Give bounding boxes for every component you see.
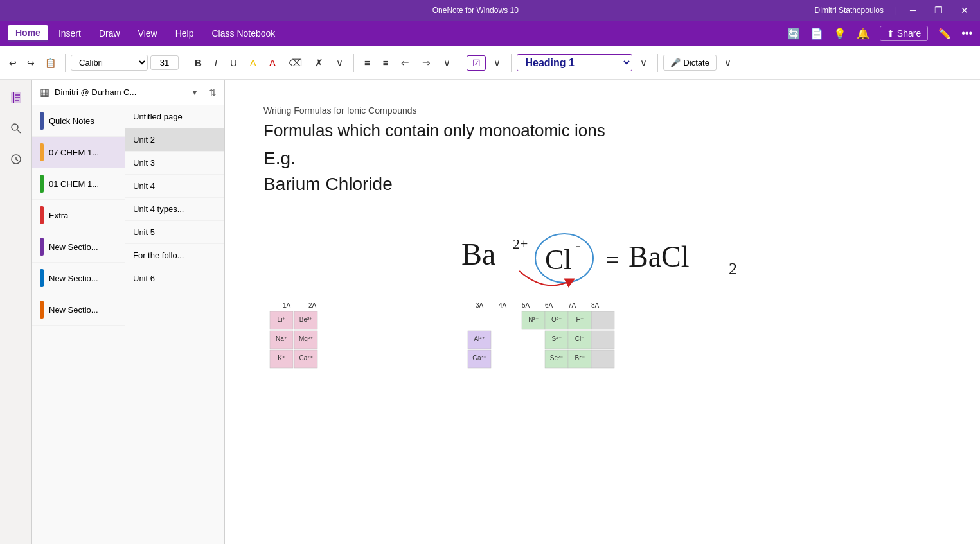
sort-icon[interactable]: ⇅ <box>209 87 217 98</box>
bold-button[interactable]: B <box>190 55 207 71</box>
section-color-new3 <box>40 301 44 319</box>
page-unit4types[interactable]: Unit 4 types... <box>125 198 224 221</box>
page-unit4[interactable]: Unit 4 <box>125 175 224 198</box>
section-color-07chem <box>40 143 44 161</box>
section-01chem[interactable]: 01 CHEM 1... <box>32 168 125 200</box>
sync-icon[interactable]: 🔄 <box>787 28 800 40</box>
close-button[interactable]: ✕ <box>957 4 972 17</box>
dictate-expand-button[interactable]: ∨ <box>719 55 736 71</box>
page-unit3[interactable]: Unit 3 <box>125 152 224 175</box>
indent-decrease-button[interactable]: ⇐ <box>396 55 414 71</box>
svg-text:Br⁻: Br⁻ <box>575 355 585 362</box>
menu-home[interactable]: Home <box>8 25 48 42</box>
unordered-list-button[interactable]: ≡ <box>359 55 375 71</box>
minimize-button[interactable]: ─ <box>906 4 920 17</box>
undo-button[interactable]: ↩ <box>5 55 21 71</box>
pen-icon[interactable]: ✏️ <box>938 28 951 40</box>
menu-view[interactable]: View <box>130 26 165 41</box>
page-untitled[interactable]: Untitled page <box>125 105 224 128</box>
share-icon: ⬆ <box>887 28 895 39</box>
user-name: Dimitri Stathopoulos <box>815 6 884 15</box>
indent-increase-button[interactable]: ⇒ <box>417 55 436 71</box>
content-heading3: Barium Chloride <box>263 174 941 195</box>
page-unit6[interactable]: Unit 6 <box>125 267 224 290</box>
pages-icon[interactable]: 📄 <box>810 28 823 40</box>
section-label-new1: New Sectio... <box>49 242 98 252</box>
formula-diagram: Ba 2+ Cl - = BaCl 2 <box>410 210 796 287</box>
page-unit2[interactable]: Unit 2 <box>125 128 224 152</box>
pages-column: Untitled page Unit 2 Unit 3 Unit 4 Unit … <box>125 105 224 544</box>
lightbulb-icon[interactable]: 💡 <box>833 28 846 40</box>
periodic-table: 1A 2A 3A 4A 5A 6A 7A 8A Li⁺ Be²⁺ Na⁺ <box>263 300 649 386</box>
eraser-button[interactable]: ⌫ <box>283 55 307 71</box>
app-title: OneNote for Windows 10 <box>136 6 815 15</box>
sidebar-history-icon[interactable] <box>6 149 26 170</box>
menu-insert[interactable]: Insert <box>51 26 89 41</box>
highlight-button[interactable]: A <box>245 55 262 71</box>
svg-text:K⁺: K⁺ <box>278 355 285 362</box>
menu-bar: Home Insert Draw View Help Class Noteboo… <box>0 21 980 46</box>
underline-button[interactable]: U <box>225 55 242 71</box>
svg-text:3A: 3A <box>476 302 484 309</box>
svg-text:2A: 2A <box>308 302 317 309</box>
checkbox-button[interactable]: ☑ <box>467 55 486 71</box>
svg-text:2: 2 <box>729 259 737 278</box>
checkbox-expand-button[interactable]: ∨ <box>488 55 506 71</box>
sidebar <box>0 80 32 544</box>
section-label-extra: Extra <box>49 211 68 220</box>
content-area[interactable]: Writing Formulas for Ionic Compounds For… <box>225 80 980 544</box>
clear-format-button[interactable]: ✗ <box>310 55 328 71</box>
sidebar-notebooks-icon[interactable] <box>6 87 26 108</box>
expand-list-button[interactable]: ∨ <box>438 55 456 71</box>
section-label-01chem: 01 CHEM 1... <box>49 179 99 189</box>
font-size-input[interactable] <box>150 55 179 70</box>
section-color-new2 <box>40 269 44 287</box>
section-label-new2: New Sectio... <box>49 274 98 283</box>
notebook-header: ▦ Dimitri @ Durham C... ▼ ⇅ <box>32 80 224 105</box>
svg-rect-50 <box>591 350 614 368</box>
notebook-grid-icon: ▦ <box>40 86 49 98</box>
section-new2[interactable]: New Sectio... <box>32 263 125 294</box>
svg-rect-39 <box>591 331 614 349</box>
clipboard-button[interactable]: 📋 <box>41 55 60 71</box>
section-label-new3: New Sectio... <box>49 305 98 315</box>
section-extra[interactable]: Extra <box>32 200 125 231</box>
redo-button[interactable]: ↪ <box>23 55 39 71</box>
svg-rect-1 <box>13 92 14 103</box>
fontcolor-button[interactable]: A <box>264 55 281 71</box>
page-forthefollowing[interactable]: For the follo... <box>125 244 224 267</box>
toolbar: ↩ ↪ 📋 Calibri B I U A A ⌫ ✗ ∨ ≡ ≡ ⇐ ⇒ ∨ … <box>0 46 980 80</box>
svg-text:BaCl: BaCl <box>628 240 690 273</box>
page-unit5[interactable]: Unit 5 <box>125 221 224 244</box>
section-07chem[interactable]: 07 CHEM 1... <box>32 137 125 168</box>
svg-text:=: = <box>606 247 619 273</box>
svg-rect-28 <box>591 311 614 329</box>
svg-text:1A: 1A <box>283 302 291 309</box>
svg-text:6A: 6A <box>545 302 553 309</box>
menu-classnotebook[interactable]: Class Notebook <box>204 26 283 41</box>
share-button[interactable]: ⬆ Share <box>880 26 928 41</box>
notebook-dropdown-icon[interactable]: ▼ <box>191 88 199 97</box>
more-options-icon[interactable]: ••• <box>961 28 972 39</box>
toolbar-separator-4 <box>461 54 461 72</box>
menu-help[interactable]: Help <box>168 26 202 41</box>
section-color-quick-notes <box>40 112 44 130</box>
heading-style-selector[interactable]: Heading 1 <box>517 54 632 71</box>
heading-expand-button[interactable]: ∨ <box>635 55 652 71</box>
section-label-quick-notes: Quick Notes <box>49 116 94 126</box>
svg-text:5A: 5A <box>522 302 530 309</box>
italic-button[interactable]: I <box>209 55 222 71</box>
bell-icon[interactable]: 🔔 <box>857 28 869 40</box>
font-name-selector[interactable]: Calibri <box>71 55 148 71</box>
maximize-button[interactable]: ❐ <box>931 4 947 17</box>
section-new3[interactable]: New Sectio... <box>32 294 125 326</box>
section-quick-notes[interactable]: Quick Notes <box>32 105 125 137</box>
dictate-button[interactable]: 🎤 Dictate <box>663 55 716 71</box>
section-new1[interactable]: New Sectio... <box>32 231 125 263</box>
more-format-button[interactable]: ∨ <box>331 55 348 71</box>
sidebar-search-icon[interactable] <box>6 118 26 139</box>
title-bar: OneNote for Windows 10 Dimitri Stathopou… <box>0 0 980 21</box>
ordered-list-button[interactable]: ≡ <box>378 55 394 71</box>
svg-text:Cl⁻: Cl⁻ <box>575 335 584 342</box>
menu-draw[interactable]: Draw <box>91 26 128 41</box>
